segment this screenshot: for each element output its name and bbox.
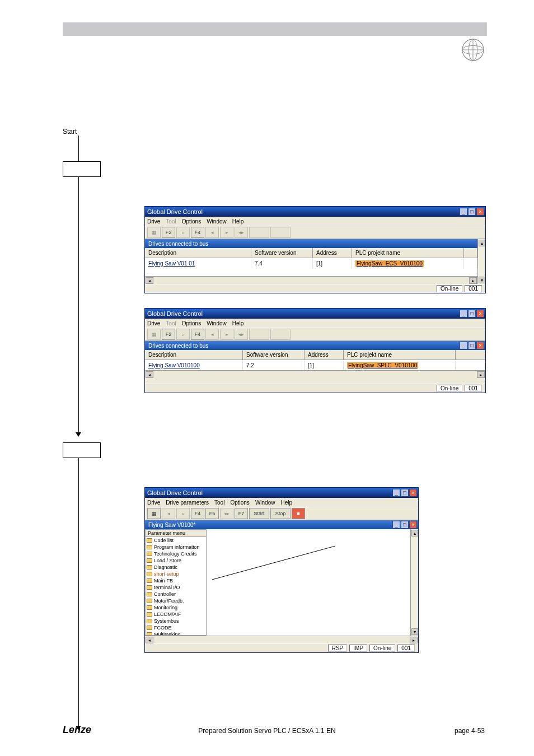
scroll-down-icon[interactable]: ▾ xyxy=(411,628,418,635)
minimize-button[interactable]: _ xyxy=(460,310,467,318)
toolbar-button[interactable]: ▦ xyxy=(147,329,161,340)
toolbar-button[interactable]: ▸ xyxy=(220,329,233,340)
vertical-scrollbar[interactable]: ▴ ▾ xyxy=(410,529,418,636)
menu-options[interactable]: Options xyxy=(182,218,201,225)
sub-close-button[interactable]: × xyxy=(476,342,484,349)
horizontal-scrollbar[interactable]: ◂ ▸ xyxy=(145,276,477,284)
tree-item[interactable]: FCODE xyxy=(146,624,206,631)
horizontal-scrollbar[interactable]: ◂ ▸ xyxy=(145,370,485,378)
col-plc-name[interactable]: PLC projekt name xyxy=(344,350,456,360)
toolbar-button-f7[interactable]: F7 xyxy=(235,508,248,519)
toolbar-stop-button[interactable]: Stop xyxy=(270,508,291,519)
scroll-left-icon[interactable]: ◂ xyxy=(146,277,153,284)
menu-window[interactable]: Window xyxy=(255,500,275,506)
maximize-button[interactable]: □ xyxy=(401,489,409,497)
tree-item[interactable]: Systembus xyxy=(146,618,206,624)
toolbar-button[interactable]: ◂▸ xyxy=(235,329,248,340)
toolbar-button[interactable]: ▹ xyxy=(176,329,190,340)
toolbar-button[interactable]: ◂▸ xyxy=(235,227,248,238)
toolbar-button-f4[interactable]: F4 xyxy=(191,329,204,340)
menu-drive[interactable]: Drive xyxy=(147,218,160,225)
tree-item[interactable]: LECOM/AIF xyxy=(146,611,206,618)
menu-help[interactable]: Help xyxy=(280,500,292,506)
toolbar-button-red[interactable]: ■ xyxy=(292,508,305,519)
toolbar-button-f4[interactable]: F4 xyxy=(191,508,204,519)
menu-options[interactable]: Options xyxy=(230,500,249,506)
menu-drive[interactable]: Drive xyxy=(147,320,160,326)
sub-minimize-button[interactable]: _ xyxy=(460,342,467,349)
toolbar-button[interactable]: ◂ xyxy=(205,227,219,238)
col-address[interactable]: Address xyxy=(313,248,352,258)
tree-item[interactable]: Main-FB xyxy=(146,577,206,584)
tree-item[interactable]: Load / Store xyxy=(146,557,206,564)
toolbar-button[interactable] xyxy=(270,329,291,340)
tree-item[interactable]: Controller xyxy=(146,591,206,598)
toolbar-button[interactable]: ◂ xyxy=(162,508,175,519)
tree-item[interactable]: Technology Credits xyxy=(146,550,206,557)
toolbar-button-f2[interactable]: F2 xyxy=(162,227,175,238)
menu-drive-parameters[interactable]: Drive parameters xyxy=(166,500,209,506)
drive-row[interactable]: Flying Saw V010100 7.2 [1] FlyingSaw_SPL… xyxy=(145,360,485,370)
tree-item[interactable]: Multitasking xyxy=(146,631,206,636)
sub-minimize-button[interactable]: _ xyxy=(392,521,400,529)
toolbar-button[interactable]: ▦ xyxy=(147,508,161,519)
toolbar-button-f2[interactable]: F2 xyxy=(162,329,175,340)
tree-item[interactable]: Program information xyxy=(146,544,206,550)
row-description[interactable]: Flying Saw V01 01 xyxy=(148,260,195,267)
toolbar-button[interactable]: ▹ xyxy=(176,508,190,519)
menu-window[interactable]: Window xyxy=(207,218,227,225)
scroll-left-icon[interactable]: ◂ xyxy=(146,637,153,643)
toolbar-button[interactable] xyxy=(270,227,291,238)
col-address[interactable]: Address xyxy=(305,350,344,360)
col-description[interactable]: Description xyxy=(145,350,243,360)
toolbar-button[interactable]: ▹ xyxy=(176,227,190,238)
menu-help[interactable]: Help xyxy=(232,218,244,225)
tree-item[interactable]: Monitoring xyxy=(146,604,206,611)
scroll-right-icon[interactable]: ▸ xyxy=(477,371,485,378)
row-description[interactable]: Flying Saw V010100 xyxy=(148,362,200,368)
scroll-up-icon[interactable]: ▴ xyxy=(479,240,485,246)
tree-item[interactable]: terminal I/O xyxy=(146,584,206,591)
close-button[interactable]: × xyxy=(409,489,417,497)
toolbar-button-f4[interactable]: F4 xyxy=(191,227,204,238)
scroll-up-icon[interactable]: ▴ xyxy=(411,530,418,536)
menu-drive[interactable]: Drive xyxy=(147,500,160,506)
sub-maximize-button[interactable]: □ xyxy=(468,342,476,349)
vertical-scrollbar[interactable]: ▴ ▾ xyxy=(477,239,485,284)
tree-item[interactable]: Code list xyxy=(146,537,206,544)
menu-tool[interactable]: Tool xyxy=(214,500,224,506)
scroll-left-icon[interactable]: ◂ xyxy=(146,371,153,378)
maximize-button[interactable]: □ xyxy=(468,310,476,318)
minimize-button[interactable]: _ xyxy=(392,489,400,497)
tree-item[interactable]: Diagnostic xyxy=(146,564,206,571)
toolbar-button[interactable] xyxy=(249,227,269,238)
col-description[interactable]: Description xyxy=(145,248,251,258)
close-button[interactable]: × xyxy=(476,310,484,318)
toolbar-button[interactable]: ◂ xyxy=(205,329,219,340)
title-bar[interactable]: Global Drive Control _ □ × xyxy=(145,309,485,319)
horizontal-scrollbar[interactable]: ◂ ▸ xyxy=(145,636,418,643)
scroll-right-icon[interactable]: ▸ xyxy=(410,637,418,643)
close-button[interactable]: × xyxy=(476,208,484,216)
menu-options[interactable]: Options xyxy=(182,320,201,326)
sub-close-button[interactable]: × xyxy=(409,521,417,529)
tree-item[interactable]: Motor/Feedb. xyxy=(146,598,206,604)
menu-window[interactable]: Window xyxy=(207,320,227,326)
col-software-version[interactable]: Software version xyxy=(243,350,305,360)
toolbar-button-f5[interactable]: F5 xyxy=(205,508,219,519)
title-bar[interactable]: Global Drive Control _ □ × xyxy=(145,207,485,217)
toolbar-button[interactable]: ▸ xyxy=(220,227,233,238)
col-software-version[interactable]: Software version xyxy=(251,248,313,258)
minimize-button[interactable]: _ xyxy=(460,208,467,216)
title-bar[interactable]: Global Drive Control _ □ × xyxy=(145,488,418,498)
sub-maximize-button[interactable]: □ xyxy=(401,521,409,529)
scroll-right-icon[interactable]: ▸ xyxy=(469,277,477,284)
toolbar-button[interactable]: ▦ xyxy=(147,227,161,238)
scroll-down-icon[interactable]: ▾ xyxy=(479,277,485,283)
drive-row[interactable]: Flying Saw V01 01 7.4 [1] FlyingSaw_ECS_… xyxy=(145,258,477,268)
maximize-button[interactable]: □ xyxy=(468,208,476,216)
tree-item[interactable]: short setup xyxy=(146,571,206,577)
toolbar-start-button[interactable]: Start xyxy=(249,508,269,519)
toolbar-button[interactable]: ◂▸ xyxy=(220,508,233,519)
col-plc-name[interactable]: PLC projekt name xyxy=(352,248,464,258)
